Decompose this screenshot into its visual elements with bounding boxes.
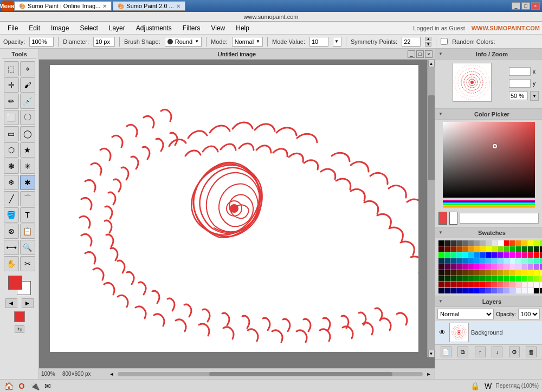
browser-opera-icon[interactable]: O (16, 381, 27, 391)
swatch-cell[interactable] (516, 264, 521, 270)
canvas-vertical-scrollbar[interactable]: ▲ ▼ (427, 60, 435, 357)
swatch-cell[interactable] (468, 276, 474, 282)
swatch-cell[interactable] (450, 276, 456, 282)
swatch-cell[interactable] (474, 264, 480, 270)
symmetry-input[interactable] (402, 37, 421, 47)
swatch-cell[interactable] (498, 246, 504, 252)
swatch-cell[interactable] (540, 276, 542, 282)
swatch-cell[interactable] (438, 270, 444, 276)
swatch-cell[interactable] (528, 258, 533, 264)
swatch-cell[interactable] (498, 282, 504, 288)
swatch-cell[interactable] (516, 240, 521, 246)
swatch-cell[interactable] (534, 258, 539, 264)
swatch-cell[interactable] (480, 276, 486, 282)
swatch-cell[interactable] (492, 246, 498, 252)
current-color-swatch[interactable] (438, 212, 447, 225)
tab-sumopaint-2[interactable]: 🎨 Sumo Paint 2.0 ... ✕ (113, 1, 185, 11)
move-layer-down-btn[interactable]: ↓ (492, 347, 502, 357)
swatch-cell[interactable] (522, 276, 527, 282)
swatch-cell[interactable] (450, 258, 456, 264)
tool-eyedropper[interactable]: 💉 (20, 94, 35, 109)
swatch-cell[interactable] (534, 276, 539, 282)
symmetry-down-btn[interactable]: ▼ (425, 42, 431, 47)
swatch-cell[interactable] (462, 288, 468, 293)
delete-layer-btn[interactable]: 🗑 (526, 347, 537, 357)
swatch-cell[interactable] (462, 264, 468, 270)
swatch-cell[interactable] (492, 276, 498, 282)
swatch-cell[interactable] (504, 264, 509, 270)
browser-home-icon[interactable]: 🏠 (3, 381, 14, 391)
swatch-cell[interactable] (480, 288, 486, 293)
swatch-cell[interactable] (486, 276, 492, 282)
x-coord-input[interactable] (509, 67, 531, 76)
swatch-cell[interactable] (528, 276, 533, 282)
swatch-cell[interactable] (486, 252, 492, 258)
layer-settings-btn[interactable]: ⚙ (509, 347, 520, 357)
swatch-cell[interactable] (504, 258, 509, 264)
swatch-cell[interactable] (516, 270, 521, 276)
zoom-value-input[interactable] (509, 92, 528, 100)
layer-background[interactable]: 👁 Backgroun (435, 321, 542, 344)
swatch-cell[interactable] (438, 264, 444, 270)
swatch-cell[interactable] (486, 270, 492, 276)
canvas-minimize-btn[interactable]: _ (408, 50, 415, 58)
swatch-cell[interactable] (474, 276, 480, 282)
swatch-cell[interactable] (468, 246, 474, 252)
swatch-cell[interactable] (474, 288, 480, 293)
swatch-cell[interactable] (534, 252, 539, 258)
swatch-cell[interactable] (528, 246, 533, 252)
swatch-cell[interactable] (534, 270, 539, 276)
swatch-cell[interactable] (462, 270, 468, 276)
tool-history[interactable]: 📋 (20, 224, 35, 239)
tab-1-close[interactable]: ✕ (102, 3, 107, 9)
swatch-cell[interactable] (456, 288, 462, 293)
swatch-cell[interactable] (450, 240, 456, 246)
swatch-cell[interactable] (528, 282, 533, 288)
swatch-cell[interactable] (516, 252, 521, 258)
move-layer-up-btn[interactable]: ↑ (475, 347, 486, 357)
swatch-cell[interactable] (534, 240, 539, 246)
swatch-cell[interactable] (444, 258, 450, 264)
swatch-cell[interactable] (474, 258, 480, 264)
swatch-cell[interactable] (522, 252, 527, 258)
minimize-btn[interactable]: _ (512, 2, 520, 10)
tool-clone[interactable]: ⊗ (4, 224, 19, 239)
swatch-cell[interactable] (540, 240, 542, 246)
swatch-cell[interactable] (534, 246, 539, 252)
scroll-thumb-v[interactable] (428, 95, 435, 180)
browser-mail-icon[interactable]: ✉ (42, 381, 53, 391)
tool-smudge[interactable]: 〇 (20, 110, 35, 125)
color-gradient[interactable] (443, 122, 535, 198)
color-picker-header[interactable]: ▼ Color Picker (435, 109, 542, 120)
swatch-cell[interactable] (510, 240, 515, 246)
swatch-cell[interactable] (444, 252, 450, 258)
swatch-cell[interactable] (438, 258, 444, 264)
close-btn[interactable]: × (531, 2, 540, 10)
hex-color-input[interactable]: e74545 (460, 213, 539, 224)
mode-select[interactable]: Normal ▼ (232, 37, 263, 47)
swatch-cell[interactable] (492, 240, 498, 246)
scroll-track-v[interactable] (428, 67, 435, 350)
symmetry-up-btn[interactable]: ▲ (425, 37, 431, 41)
swatches-header[interactable]: ▼ Swatches (435, 227, 542, 238)
layers-blend-mode[interactable]: Normal (437, 309, 494, 319)
swatch-cell[interactable] (528, 288, 533, 293)
swatch-cell[interactable] (540, 258, 542, 264)
swatch-cell[interactable] (474, 252, 480, 258)
tool-ellipse-shape[interactable]: ◯ (20, 126, 35, 141)
swatch-cell[interactable] (438, 276, 444, 282)
swatch-cell[interactable] (486, 246, 492, 252)
tool-curve[interactable]: ⌒ (20, 191, 35, 206)
swatch-cell[interactable] (438, 246, 444, 252)
menu-layer[interactable]: Layer (104, 23, 131, 34)
swatch-cell[interactable] (522, 270, 527, 276)
menu-view[interactable]: View (205, 23, 230, 34)
undo-btn[interactable]: ◄ (5, 298, 17, 308)
swatch-cell[interactable] (438, 282, 444, 288)
swatch-cell[interactable] (480, 270, 486, 276)
zoom-dropdown-btn[interactable]: ▼ (530, 91, 539, 101)
swatch-cell[interactable] (444, 276, 450, 282)
swatch-cell[interactable] (492, 282, 498, 288)
duplicate-layer-btn[interactable]: ⧉ (457, 347, 468, 357)
swatch-cell[interactable] (450, 288, 456, 293)
